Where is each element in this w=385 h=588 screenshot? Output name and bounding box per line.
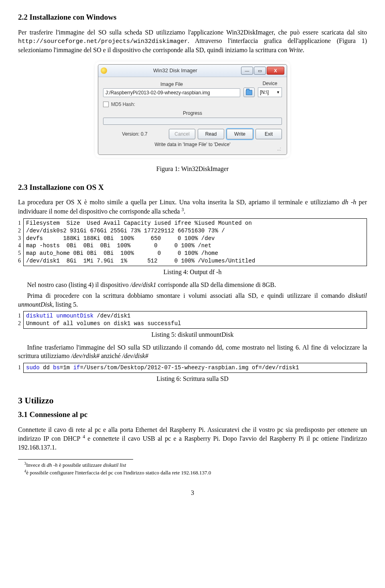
dh-cmd: dh -h xyxy=(47,462,58,468)
text: è possibile configurare l'interfaccia de… xyxy=(26,470,211,476)
imagefile-input[interactable]: J:/RaspberryPi/2013-02-09-wheezy-raspbia… xyxy=(103,88,240,97)
footnote-rule xyxy=(18,459,133,460)
line-numbers: 1 2 3 4 5 6 xyxy=(18,218,23,266)
folder-icon xyxy=(246,90,252,95)
kw: diskutil unmountDisk xyxy=(26,313,93,319)
listing-5-caption: Listing 5: diskutil unmountDisk xyxy=(18,330,367,339)
rdisk: /dev/rdisk# xyxy=(71,352,99,359)
para-2-2: Per trasferire l'immagine del SO sulla s… xyxy=(18,28,367,55)
device-label: Device xyxy=(258,80,282,87)
status-text: Write data in 'Image File' to 'Device' xyxy=(103,141,282,148)
para-after-4b: Prima di procedere con la scrittura dobb… xyxy=(18,291,367,309)
device-value: [N:\] xyxy=(260,89,269,96)
code: Filesystem Size Used Avail Capacity iuse… xyxy=(26,220,364,265)
text: dd xyxy=(43,364,53,371)
window-title: Win32 Disk Imager xyxy=(109,67,241,74)
md5-label: MD5 Hash: xyxy=(111,101,135,108)
write-button[interactable]: Write xyxy=(227,129,253,139)
device-select[interactable]: [N:\] ▼ xyxy=(258,87,282,97)
titlebar: Win32 Disk Imager — ▭ X xyxy=(98,65,287,77)
code: diskutil unmountDisk /dev/disk1 Unmount … xyxy=(26,312,364,328)
minimize-button[interactable]: — xyxy=(241,67,253,75)
text: =1m xyxy=(60,364,73,371)
text: =/Users/tom/Desktop/2012-07-15-wheezy-ra… xyxy=(80,364,299,371)
footnote-4: 4è possibile configurare l'interfaccia d… xyxy=(18,469,367,476)
para-after-4a: Nel nostro caso (listing 4) il dispositi… xyxy=(18,281,367,289)
text: Unmount of all volumes on disk1 was succ… xyxy=(26,320,181,327)
listing-4-caption: Listing 4: Output df -h xyxy=(18,268,367,277)
listing-4: 1 2 3 4 5 6 Filesystem Size Used Avail C… xyxy=(18,218,367,266)
md5-checkbox[interactable] xyxy=(103,102,109,107)
page-number: 3 xyxy=(18,488,367,497)
heading-2-2: 2.2 Installazione con Windows xyxy=(18,12,367,22)
progress-bar xyxy=(103,118,282,125)
dh-cmd: dh -h xyxy=(342,199,357,205)
listing-6-caption: Listing 6: Scrittura sulla SD xyxy=(18,374,367,383)
text: . xyxy=(184,208,185,215)
disk: /dev/disk# xyxy=(122,352,148,359)
para-2-3: La procedura per OS X è molto simile a q… xyxy=(18,198,367,216)
line-numbers: 1 2 xyxy=(18,311,23,329)
read-button[interactable]: Read xyxy=(198,129,224,139)
text: Infine trasferiamo l'immagine del SO sul… xyxy=(18,344,367,360)
kw: sudo xyxy=(26,364,43,371)
write-word: Write xyxy=(289,47,303,53)
code: sudo dd bs=1m if=/Users/tom/Desktop/2012… xyxy=(26,364,364,372)
text: . xyxy=(303,47,304,53)
text: Prima di procedere con la scrittura dobb… xyxy=(27,292,348,299)
heading-3: 3 Utilizzo xyxy=(18,395,367,407)
heading-2-3: 2.3 Installazione con OS X xyxy=(18,182,367,193)
maximize-button[interactable]: ▭ xyxy=(254,67,266,75)
heading-3-1: 3.1 Connessione al pc xyxy=(18,409,367,420)
diskutil-list: diskutil list xyxy=(103,462,126,468)
chevron-down-icon: ▼ xyxy=(276,90,280,95)
imagefile-label: Image File xyxy=(103,81,240,87)
text: , listing 5. xyxy=(52,301,78,308)
app-icon xyxy=(101,67,107,74)
figure-1-caption: Figura 1: Win32DiskImager xyxy=(18,165,367,173)
text: Invece di xyxy=(26,462,47,468)
listing-6: 1 sudo dd bs=1m if=/Users/tom/Desktop/20… xyxy=(18,363,367,373)
text: anziché xyxy=(99,352,122,359)
kw: bs xyxy=(53,364,60,371)
resize-grip-icon: ..: xyxy=(103,148,282,151)
devdisk1: /dev/disk1 xyxy=(130,281,156,288)
listing-5: 1 2 diskutil unmountDisk /dev/disk1 Unmo… xyxy=(18,311,367,329)
para-3-1: Connettete il cavo di rete al pc e alla … xyxy=(18,425,367,452)
exit-button[interactable]: Exit xyxy=(255,129,282,139)
text: /dev/disk1 xyxy=(93,313,130,319)
figure-1: Win32 Disk Imager — ▭ X Image File J:/Ra… xyxy=(18,64,367,155)
version-label: Version: 0.7 xyxy=(103,131,166,137)
win32-window: Win32 Disk Imager — ▭ X Image File J:/Ra… xyxy=(98,64,287,155)
kw: if xyxy=(73,364,80,371)
text: corrisponde alla SD della dimensione di … xyxy=(156,281,276,288)
url: http://sourceforge.net/projects/win32dis… xyxy=(18,38,188,45)
text: Nel nostro caso (listing 4) il dispositi… xyxy=(27,281,130,288)
browse-button[interactable] xyxy=(243,87,255,97)
footnote-3: 3Invece di dh -h è possibile utilizzare … xyxy=(18,461,367,469)
para-after-5: Infine trasferiamo l'immagine del SO sul… xyxy=(18,343,367,360)
progress-label: Progress xyxy=(103,110,282,116)
cancel-button[interactable]: Cancel xyxy=(169,129,195,139)
text: Per trasferire l'immagine del SO sulla s… xyxy=(18,29,367,36)
line-numbers: 1 xyxy=(18,363,23,373)
close-button[interactable]: X xyxy=(267,67,284,75)
md5-row: MD5 Hash: xyxy=(103,101,282,108)
text: La procedura per OS X è molto simile a q… xyxy=(18,199,342,205)
text: è possibile utilizzare xyxy=(58,462,103,468)
